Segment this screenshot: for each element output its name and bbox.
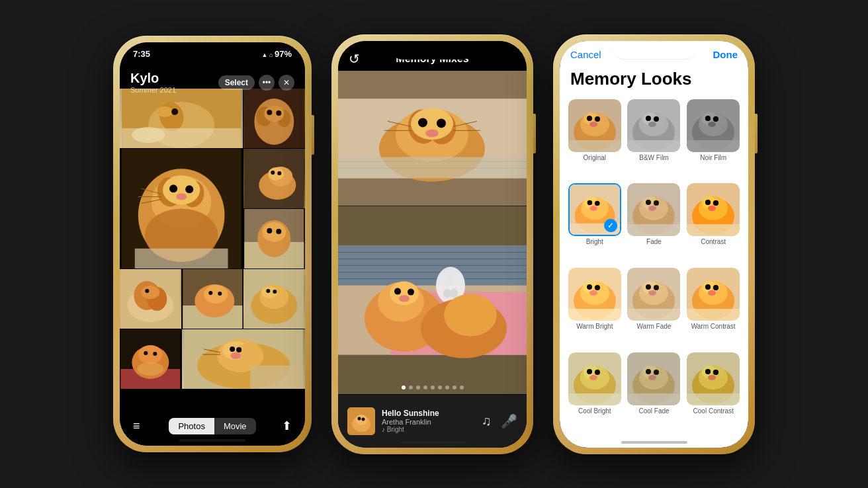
look-fade-thumb xyxy=(627,183,680,236)
cat-photo-3 xyxy=(120,149,243,268)
phone-1-display: 7:35 ▲ ⌂ 97% Kylo Summer 2021 Select xyxy=(120,42,305,446)
page-dots xyxy=(338,386,527,389)
svg-point-4 xyxy=(171,108,178,115)
svg-point-111 xyxy=(450,289,458,298)
back-button[interactable]: ↺ xyxy=(349,51,360,67)
look-contrast[interactable]: Contrast xyxy=(686,183,740,265)
look-warm-fade-thumb xyxy=(627,268,680,321)
menu-icon[interactable]: ≡ xyxy=(133,419,140,433)
dot-4 xyxy=(423,386,427,389)
look-bw-film-label: B&W Film xyxy=(639,154,668,161)
svg-point-51 xyxy=(218,292,222,296)
svg-point-104 xyxy=(394,288,401,295)
view-tabs: Photos Movie xyxy=(169,418,255,434)
look-warm-fade[interactable]: Warm Fade xyxy=(627,268,681,350)
look-fade-label: Fade xyxy=(646,238,662,245)
svg-point-44 xyxy=(141,286,159,299)
look-noir-film[interactable]: Noir Film xyxy=(686,99,740,181)
song-card: Hello Sunshine Aretha Franklin ♪ Bright … xyxy=(338,395,527,448)
svg-point-45 xyxy=(145,289,149,293)
close-icon: ✕ xyxy=(283,78,290,87)
svg-rect-190 xyxy=(627,309,680,321)
song-thumbnail xyxy=(347,407,375,435)
svg-point-143 xyxy=(713,116,718,122)
look-contrast-label: Contrast xyxy=(701,238,726,245)
grid-cell-5[interactable] xyxy=(243,209,305,268)
phone-2-display: ↺ Memory Mixes xyxy=(338,41,527,448)
grid-cell-10[interactable] xyxy=(182,329,305,389)
done-button[interactable]: Done xyxy=(713,49,738,60)
mic-button[interactable]: 🎤 xyxy=(501,413,517,429)
grid-cell-7[interactable] xyxy=(182,269,243,329)
grid-cell-9[interactable] xyxy=(120,329,181,389)
dot-3 xyxy=(416,386,420,389)
svg-rect-127 xyxy=(568,140,621,152)
song-mode: ♪ Bright xyxy=(382,426,475,433)
svg-point-133 xyxy=(646,116,651,121)
share-icon-symbol: ⬆ xyxy=(282,419,292,432)
svg-point-84 xyxy=(437,118,446,128)
svg-point-206 xyxy=(595,370,600,375)
song-artist: Aretha Franklin xyxy=(382,418,475,426)
svg-rect-163 xyxy=(627,224,680,236)
dot-2 xyxy=(409,386,413,389)
svg-point-63 xyxy=(153,352,157,356)
svg-point-70 xyxy=(230,346,235,352)
svg-point-106 xyxy=(399,296,410,302)
svg-point-124 xyxy=(587,116,592,121)
svg-rect-226 xyxy=(687,393,740,405)
cat-photo-10 xyxy=(182,329,305,389)
movie-tab[interactable]: Movie xyxy=(214,418,256,434)
music-note-button[interactable]: ♫ xyxy=(482,413,492,429)
look-cool-contrast[interactable]: Cool Contrast xyxy=(686,352,740,434)
svg-rect-172 xyxy=(687,224,740,236)
grid-cell-8[interactable] xyxy=(243,269,305,329)
look-warm-fade-label: Warm Fade xyxy=(637,323,672,330)
notch-1 xyxy=(169,42,255,61)
grid-cell-3[interactable] xyxy=(120,149,243,268)
look-warm-contrast[interactable]: Warm Contrast xyxy=(686,268,740,350)
share-icon[interactable]: ⬆ xyxy=(282,419,292,433)
svg-point-224 xyxy=(713,370,718,375)
svg-point-144 xyxy=(708,122,716,127)
look-bright[interactable]: ✓ Bright xyxy=(568,183,622,265)
svg-rect-181 xyxy=(568,309,621,321)
svg-point-22 xyxy=(176,193,187,200)
notch-3 xyxy=(611,41,697,60)
look-cool-bright-thumb xyxy=(568,352,621,405)
svg-point-32 xyxy=(271,171,275,175)
memory-photo-collage[interactable] xyxy=(338,71,527,395)
select-button[interactable]: Select xyxy=(218,75,255,90)
look-bw-film[interactable]: B&W Film xyxy=(627,99,681,181)
look-cool-fade[interactable]: Cool Fade xyxy=(627,352,681,434)
dot-6 xyxy=(438,386,442,389)
look-fade[interactable]: Fade xyxy=(627,183,681,265)
svg-point-187 xyxy=(646,284,651,290)
svg-point-178 xyxy=(587,284,592,290)
look-cool-bright[interactable]: Cool Bright xyxy=(568,352,622,434)
look-original[interactable]: Original xyxy=(568,99,622,181)
cat-photo-9 xyxy=(120,329,181,389)
svg-point-3 xyxy=(157,106,173,117)
svg-rect-75 xyxy=(250,366,303,389)
grid-cell-6[interactable] xyxy=(120,269,181,329)
cat-photo-5 xyxy=(243,209,305,268)
svg-point-61 xyxy=(138,345,162,364)
look-warm-bright[interactable]: Warm Bright xyxy=(568,268,622,350)
more-button[interactable]: ••• xyxy=(259,75,275,91)
svg-point-207 xyxy=(589,375,597,380)
photos-tab[interactable]: Photos xyxy=(169,418,214,434)
cat-photo-6 xyxy=(120,269,181,329)
svg-point-171 xyxy=(708,206,716,211)
album-subtitle: Summer 2021 xyxy=(130,86,176,94)
dot-9 xyxy=(460,386,464,389)
svg-point-153 xyxy=(589,206,597,212)
notch-2 xyxy=(390,41,476,60)
cancel-button[interactable]: Cancel xyxy=(570,49,601,60)
close-button[interactable]: ✕ xyxy=(279,75,294,91)
svg-point-196 xyxy=(705,284,711,290)
svg-point-125 xyxy=(595,116,600,122)
grid-cell-4[interactable] xyxy=(243,149,305,208)
look-cool-fade-label: Cool Fade xyxy=(638,407,669,415)
svg-point-225 xyxy=(708,375,716,380)
